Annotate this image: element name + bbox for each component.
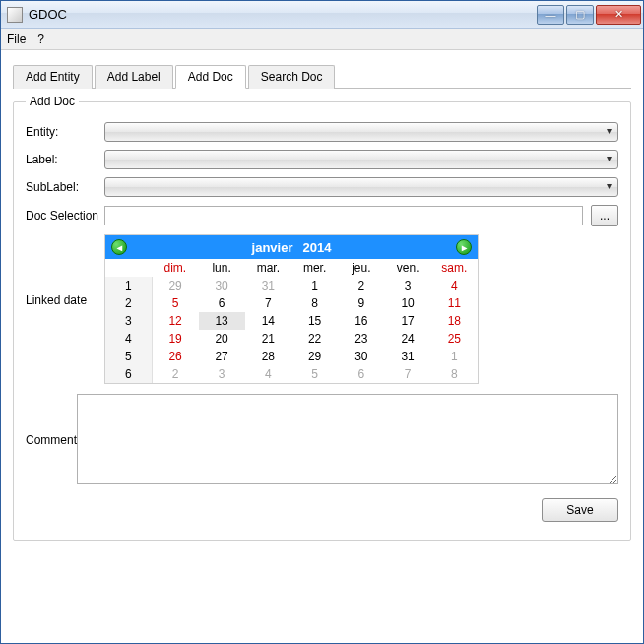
row-save: Save (26, 498, 618, 522)
row-comment: Comment (26, 394, 618, 484)
calendar-day[interactable]: 7 (245, 294, 291, 312)
entity-combo[interactable] (104, 122, 618, 142)
calendar-day[interactable]: 16 (338, 312, 384, 330)
calendar-day[interactable]: 22 (291, 330, 338, 348)
calendar-day[interactable]: 27 (199, 348, 245, 365)
calendar-title[interactable]: janvier 2014 (252, 240, 332, 255)
calendar-day[interactable]: 1 (291, 277, 338, 294)
calendar-day[interactable]: 29 (152, 277, 198, 294)
calendar-week-number: 2 (105, 294, 152, 312)
calendar-day[interactable]: 8 (291, 294, 338, 312)
add-doc-group: Add Doc Entity: Label: SubLabel: Doc Sel… (13, 95, 631, 541)
label-comment: Comment (26, 394, 77, 484)
calendar-next-button[interactable]: ▸ (456, 239, 472, 255)
calendar-day[interactable]: 31 (385, 348, 431, 365)
calendar-week-number: 1 (105, 277, 152, 294)
label-sublabel: SubLabel: (26, 180, 104, 194)
label-entity: Entity: (26, 125, 104, 139)
calendar-day[interactable]: 1 (431, 348, 478, 365)
calendar-day[interactable]: 13 (199, 312, 245, 330)
tab-search-doc[interactable]: Search Doc (248, 65, 336, 89)
label-label: Label: (26, 153, 104, 166)
calendar-week-number: 6 (105, 365, 152, 383)
calendar-day[interactable]: 11 (431, 294, 478, 312)
calendar-day[interactable]: 5 (152, 294, 198, 312)
calendar-day[interactable]: 3 (385, 277, 431, 294)
save-button[interactable]: Save (542, 498, 618, 522)
calendar-day[interactable]: 18 (431, 312, 478, 330)
calendar-day[interactable]: 25 (431, 330, 478, 348)
calendar-day[interactable]: 23 (338, 330, 384, 348)
calendar-year: 2014 (303, 240, 332, 255)
calendar-day[interactable]: 3 (199, 365, 245, 383)
row-label: Label: (26, 150, 618, 169)
app-window: GDOC — ▢ ✕ File ? Add Entity Add Label A… (0, 0, 644, 644)
calendar-day[interactable]: 24 (385, 330, 431, 348)
calendar-day[interactable]: 14 (245, 312, 291, 330)
titlebar: GDOC — ▢ ✕ (1, 1, 643, 29)
tab-add-entity[interactable]: Add Entity (13, 65, 93, 89)
calendar-week-number: 4 (105, 330, 152, 348)
calendar-day[interactable]: 7 (385, 365, 431, 383)
minimize-button[interactable]: — (537, 5, 564, 25)
calendar-day[interactable]: 4 (245, 365, 291, 383)
calendar-day[interactable]: 9 (338, 294, 384, 312)
tab-bar: Add Entity Add Label Add Doc Search Doc (13, 64, 631, 89)
calendar-day-header: jeu. (338, 259, 384, 277)
calendar-day[interactable]: 6 (199, 294, 245, 312)
sublabel-combo[interactable] (104, 177, 618, 197)
close-button[interactable]: ✕ (596, 5, 641, 25)
group-title: Add Doc (26, 95, 79, 108)
arrow-left-icon: ◂ (117, 242, 122, 253)
calendar-day-header: sam. (431, 259, 478, 277)
calendar-day[interactable]: 21 (245, 330, 291, 348)
calendar-prev-button[interactable]: ◂ (111, 239, 127, 255)
calendar-day-header: lun. (199, 259, 245, 277)
menubar: File ? (1, 29, 643, 50)
label-combo[interactable] (104, 150, 618, 169)
comment-textarea[interactable] (77, 394, 618, 484)
calendar-day[interactable]: 10 (385, 294, 431, 312)
calendar-day[interactable]: 6 (338, 365, 384, 383)
calendar-day[interactable]: 4 (431, 277, 478, 294)
calendar-day[interactable]: 15 (291, 312, 338, 330)
tab-add-doc[interactable]: Add Doc (175, 65, 246, 89)
calendar-week-number: 3 (105, 312, 152, 330)
calendar-day[interactable]: 12 (152, 312, 198, 330)
save-button-label: Save (566, 503, 593, 517)
row-entity: Entity: (26, 122, 618, 142)
calendar-day[interactable]: 31 (245, 277, 291, 294)
calendar-day[interactable]: 17 (385, 312, 431, 330)
calendar-day[interactable]: 29 (291, 348, 338, 365)
menu-file[interactable]: File (7, 32, 26, 46)
calendar-week-header (105, 259, 152, 277)
calendar-day[interactable]: 2 (338, 277, 384, 294)
docsel-input[interactable] (104, 206, 583, 225)
calendar-day[interactable]: 30 (338, 348, 384, 365)
ellipsis-icon: ... (600, 209, 610, 223)
calendar-day-header: mer. (291, 259, 338, 277)
app-icon (7, 7, 23, 23)
calendar-day[interactable]: 2 (152, 365, 198, 383)
calendar-day[interactable]: 28 (245, 348, 291, 365)
maximize-button[interactable]: ▢ (566, 5, 594, 25)
arrow-right-icon: ▸ (462, 242, 467, 253)
tab-add-label[interactable]: Add Label (95, 65, 173, 89)
content-area: Add Entity Add Label Add Doc Search Doc … (1, 50, 643, 643)
browse-button[interactable]: ... (591, 205, 618, 226)
calendar-day[interactable]: 19 (152, 330, 198, 348)
calendar-week-number: 5 (105, 348, 152, 365)
label-docsel: Doc Selection (26, 209, 104, 223)
calendar-month: janvier (252, 240, 293, 255)
label-linked-date: Linked date (26, 234, 104, 307)
menu-help[interactable]: ? (37, 32, 44, 46)
calendar-day[interactable]: 30 (199, 277, 245, 294)
calendar-day[interactable]: 8 (431, 365, 478, 383)
calendar-day[interactable]: 26 (152, 348, 198, 365)
calendar-day-header: mar. (245, 259, 291, 277)
tab-panel: Add Doc Entity: Label: SubLabel: Doc Sel… (13, 89, 631, 541)
window-buttons: — ▢ ✕ (535, 5, 641, 25)
calendar-day-header: dim. (152, 259, 198, 277)
calendar-day[interactable]: 20 (199, 330, 245, 348)
calendar-day[interactable]: 5 (291, 365, 338, 383)
